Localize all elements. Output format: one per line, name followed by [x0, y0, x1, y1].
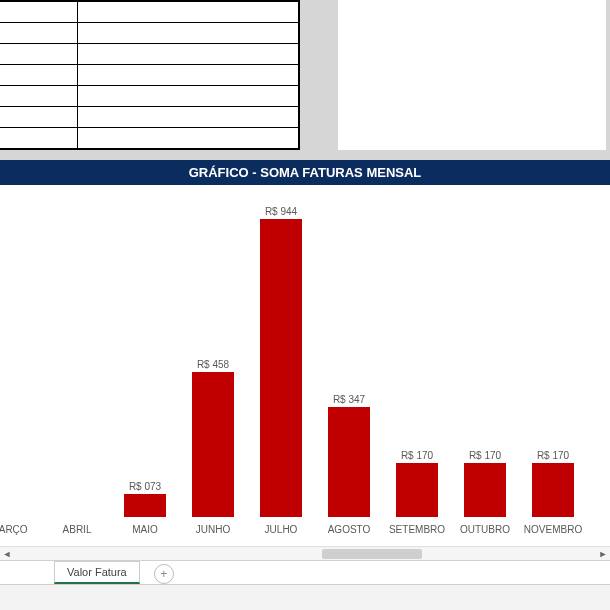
- excel-workspace: GRÁFICO - SOMA FATURAS MENSAL MARÇOABRIL…: [0, 0, 610, 610]
- bar-value-label: R$ 170: [469, 450, 501, 461]
- bar-rect: [260, 219, 302, 517]
- category-label: JULHO: [247, 524, 315, 535]
- bar-maio: R$ 073: [111, 481, 179, 517]
- horizontal-scrollbar[interactable]: ◄ ►: [0, 546, 610, 560]
- category-label: OUTUBRO: [451, 524, 519, 535]
- add-sheet-button[interactable]: +: [154, 564, 174, 584]
- blank-panel-right[interactable]: [338, 0, 606, 150]
- bar-rect: [192, 372, 234, 517]
- category-label: MARÇO: [0, 524, 43, 535]
- bar-junho: R$ 458: [179, 359, 247, 517]
- sheet-tab-valor-fatura[interactable]: Valor Fatura: [54, 561, 140, 584]
- scroll-thumb[interactable]: [322, 549, 422, 559]
- category-label: MAIO: [111, 524, 179, 535]
- bar-value-label: R$ 458: [197, 359, 229, 370]
- bar-value-label: R$ 347: [333, 394, 365, 405]
- scroll-left-arrow-icon[interactable]: ◄: [0, 547, 14, 561]
- bar-rect: [532, 463, 574, 517]
- bar-setembro: R$ 170: [383, 450, 451, 517]
- chart-area[interactable]: GRÁFICO - SOMA FATURAS MENSAL MARÇOABRIL…: [0, 160, 610, 546]
- bar-julho: R$ 944: [247, 206, 315, 517]
- bar-value-label: R$ 944: [265, 206, 297, 217]
- bar-novembro: R$ 170: [519, 450, 587, 517]
- chart-plot: MARÇOABRILR$ 073MAIOR$ 458JUNHOR$ 944JUL…: [0, 185, 610, 541]
- chart-title: GRÁFICO - SOMA FATURAS MENSAL: [0, 160, 610, 185]
- bar-outubro: R$ 170: [451, 450, 519, 517]
- scroll-right-arrow-icon[interactable]: ►: [596, 547, 610, 561]
- bar-rect: [124, 494, 166, 517]
- category-label: ABRIL: [43, 524, 111, 535]
- category-label: JUNHO: [179, 524, 247, 535]
- plus-icon: +: [160, 567, 167, 581]
- bar-value-label: R$ 170: [537, 450, 569, 461]
- sheet-tab-bar: Valor Fatura +: [0, 560, 610, 584]
- bottom-strip: ◄ ► Valor Fatura +: [0, 546, 610, 610]
- top-tables-region: [0, 0, 610, 160]
- status-bar: [0, 584, 610, 610]
- bar-value-label: R$ 073: [129, 481, 161, 492]
- category-label: SETEMBRO: [383, 524, 451, 535]
- bar-agosto: R$ 347: [315, 394, 383, 517]
- sheet-nav-arrows[interactable]: [0, 560, 50, 584]
- bar-rect: [464, 463, 506, 517]
- bar-rect: [396, 463, 438, 517]
- small-table-left[interactable]: [0, 0, 300, 150]
- category-label: AGOSTO: [315, 524, 383, 535]
- bar-rect: [328, 407, 370, 517]
- category-label: NOVEMBRO: [519, 524, 587, 535]
- bar-value-label: R$ 170: [401, 450, 433, 461]
